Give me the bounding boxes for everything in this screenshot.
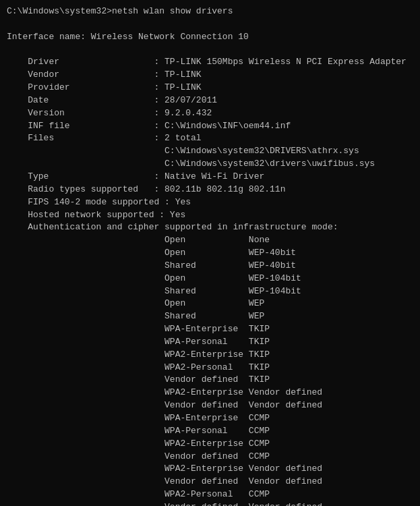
terminal-line: Interface name: Wireless Network Connect…: [7, 31, 413, 44]
terminal-line: Open WEP-40bit: [7, 247, 413, 260]
terminal-line: WPA2-Enterprise Vendor defined: [7, 463, 413, 476]
terminal-line: WPA-Personal CCMP: [7, 425, 413, 438]
terminal-line: FIPS 140-2 mode supported : Yes: [7, 196, 413, 209]
terminal-line: Driver : TP-LINK 150Mbps Wireless N PCI …: [7, 56, 413, 69]
terminal-line: Date : 28/07/2011: [7, 94, 413, 107]
terminal-line: Open None: [7, 234, 413, 247]
terminal-line: [7, 18, 413, 31]
terminal-line: [7, 44, 413, 57]
terminal-line: Hosted network supported : Yes: [7, 209, 413, 222]
terminal-line: WPA2-Enterprise TKIP: [7, 349, 413, 362]
terminal-line: Shared WEP: [7, 310, 413, 323]
terminal-line: Provider : TP-LINK: [7, 82, 413, 94]
terminal-line: WPA-Enterprise CCMP: [7, 412, 413, 425]
terminal-line: Vendor : TP-LINK: [7, 69, 413, 82]
terminal-line: Vendor defined Vendor defined: [7, 399, 413, 412]
terminal-line: Vendor defined Vendor defined: [7, 501, 413, 506]
terminal-line: WPA-Enterprise TKIP: [7, 323, 413, 336]
terminal-line: Files : 2 total: [7, 132, 413, 145]
terminal-line: C:\Windows\system32\drivers\uwifibus.sys: [7, 158, 413, 171]
terminal-line: WPA2-Enterprise CCMP: [7, 438, 413, 451]
terminal-window: C:\Windows\system32>netsh wlan show driv…: [7, 5, 413, 506]
terminal-line: Authentication and cipher supported in i…: [7, 221, 413, 234]
terminal-line: Type : Native Wi-Fi Driver: [7, 171, 413, 184]
terminal-line: Version : 9.2.0.432: [7, 107, 413, 120]
terminal-line: INF file : C:\Windows\INF\oem44.inf: [7, 120, 413, 133]
terminal-line: C:\Windows\system32>netsh wlan show driv…: [7, 5, 413, 18]
terminal-line: WPA2-Personal TKIP: [7, 362, 413, 374]
terminal-line: Vendor defined CCMP: [7, 451, 413, 463]
terminal-line: WPA2-Enterprise Vendor defined: [7, 387, 413, 399]
terminal-line: WPA2-Personal CCMP: [7, 488, 413, 501]
terminal-line: Open WEP: [7, 298, 413, 310]
terminal-line: Shared WEP-104bit: [7, 285, 413, 298]
terminal-line: Shared WEP-40bit: [7, 260, 413, 273]
terminal-line: WPA-Personal TKIP: [7, 336, 413, 349]
terminal-line: Vendor defined TKIP: [7, 374, 413, 387]
terminal-line: C:\Windows\system32\DRIVERS\athrx.sys: [7, 145, 413, 158]
terminal-line: Open WEP-104bit: [7, 273, 413, 285]
terminal-line: Radio types supported : 802.11b 802.11g …: [7, 184, 413, 196]
terminal-line: Vendor defined Vendor defined: [7, 476, 413, 488]
